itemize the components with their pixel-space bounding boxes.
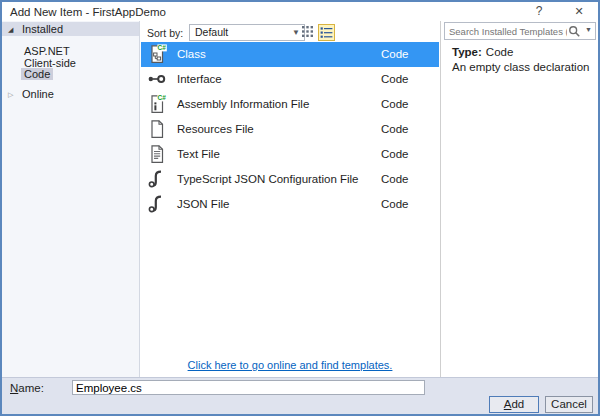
template-row[interactable]: Text FileCode [141, 142, 439, 167]
details-panel: ▼ Type:Code An empty class declaration [440, 21, 598, 377]
svg-text:C#: C# [158, 44, 167, 51]
sidebar-item-asp-net[interactable]: ASP.NET [21, 45, 73, 57]
template-row[interactable]: C#ClassCode [141, 42, 439, 67]
template-row[interactable]: JSON FileCode [141, 192, 439, 217]
assembly-info-file-icon: C# [147, 94, 167, 114]
template-category-tree: ◢ Installed ASP.NETClient-sideCode ▷ Onl… [2, 21, 140, 377]
expander-expanded-icon[interactable]: ◢ [8, 23, 19, 37]
template-name: Interface [177, 67, 222, 92]
template-name: JSON File [177, 192, 229, 217]
template-type-row: Type:Code [452, 46, 513, 58]
sidebar-item-code[interactable]: Code [21, 68, 53, 80]
sidebar-item-client-side[interactable]: Client-side [21, 57, 79, 69]
title-bar[interactable]: Add New Item - FirstAppDemo ? ✕ [2, 2, 598, 21]
json-file-icon [147, 169, 167, 189]
help-icon[interactable]: ? [524, 2, 554, 21]
template-description: An empty class declaration [452, 61, 589, 73]
template-category-tag: Code [381, 142, 409, 167]
expander-collapsed-icon[interactable]: ▷ [8, 88, 19, 102]
template-row[interactable]: C#Assembly Information FileCode [141, 92, 439, 117]
template-category-tag: Code [381, 117, 409, 142]
template-category-tag: Code [381, 67, 409, 92]
template-name: Assembly Information File [177, 92, 309, 117]
search-box[interactable]: ▼ [444, 22, 596, 40]
template-category-tag: Code [381, 42, 409, 67]
dialog-footer: Name: Add Cancel [2, 377, 598, 414]
interface-icon [147, 69, 167, 89]
installed-group-label: Installed [22, 23, 63, 35]
close-icon[interactable]: ✕ [564, 2, 594, 21]
type-value: Code [486, 46, 514, 58]
search-icon[interactable] [568, 25, 581, 38]
dialog-body: ◢ Installed ASP.NETClient-sideCode ▷ Onl… [2, 21, 598, 377]
search-input[interactable] [449, 24, 567, 38]
template-name: Resources File [177, 117, 254, 142]
file-name-input[interactable] [72, 380, 425, 395]
go-online-link[interactable]: Click here to go online and find templat… [188, 359, 393, 371]
tree-group-installed[interactable]: ◢ Installed [2, 22, 139, 36]
search-chevron-down-icon[interactable]: ▼ [585, 26, 592, 33]
template-list-panel: Sort by: Default ▼ C#ClassCodeInterfaceC… [140, 21, 440, 377]
template-row[interactable]: Resources FileCode [141, 117, 439, 142]
template-category-tag: Code [381, 92, 409, 117]
class-file-icon: C# [147, 44, 167, 64]
template-name: Text File [177, 142, 220, 167]
online-group-label: Online [22, 88, 54, 100]
name-label: Name: [10, 382, 44, 394]
template-category-tag: Code [381, 167, 409, 192]
template-name: TypeScript JSON Configuration File [177, 167, 359, 192]
sidebar-item-label: Code [24, 68, 50, 80]
text-file-icon [147, 144, 167, 164]
json-file-icon [147, 194, 167, 214]
template-name: Class [177, 42, 206, 67]
tree-group-online[interactable]: ▷ Online [2, 87, 139, 101]
add-button[interactable]: Add [489, 396, 539, 413]
online-templates-link-row: Click here to go online and find templat… [140, 359, 440, 371]
dialog-title: Add New Item - FirstAppDemo [10, 6, 166, 18]
type-label: Type: [452, 46, 482, 58]
sidebar-item-label: Client-side [24, 57, 76, 69]
template-list: C#ClassCodeInterfaceCodeC#Assembly Infor… [140, 21, 440, 377]
template-row[interactable]: TypeScript JSON Configuration FileCode [141, 167, 439, 192]
sidebar-item-label: ASP.NET [24, 45, 70, 57]
add-new-item-dialog: Add New Item - FirstAppDemo ? ✕ ◢ Instal… [0, 0, 600, 416]
cancel-button[interactable]: Cancel [545, 396, 593, 413]
svg-text:C#: C# [158, 94, 167, 101]
template-row[interactable]: InterfaceCode [141, 67, 439, 92]
resources-file-icon [147, 119, 167, 139]
template-category-tag: Code [381, 192, 409, 217]
